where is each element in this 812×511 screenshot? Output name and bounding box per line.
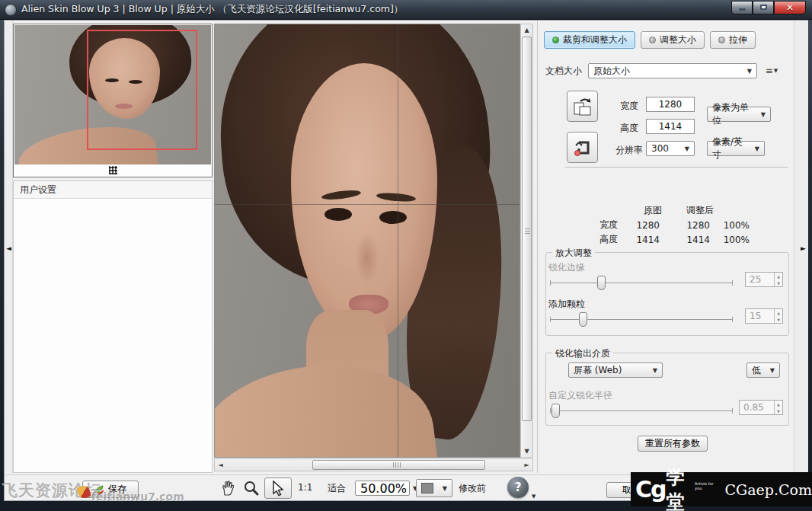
zoom-level-select[interactable]: 50.00% ▼ bbox=[355, 481, 410, 496]
sharpen-edges-value[interactable] bbox=[746, 274, 774, 285]
tab-crop-and-resize[interactable]: 裁剪和调整大小 bbox=[544, 31, 635, 49]
document-size-label: 文档大小 bbox=[545, 65, 582, 78]
sharpen-edges-spinner[interactable]: ▲▼ bbox=[745, 272, 783, 287]
actual-size-button[interactable]: 1:1 bbox=[298, 482, 312, 493]
qr-watermark bbox=[109, 166, 117, 174]
thumbnail-margin bbox=[14, 164, 211, 176]
scroll-down-icon[interactable]: ▼ bbox=[521, 446, 532, 457]
spin-down-icon[interactable]: ▼ bbox=[775, 316, 782, 323]
custom-radius-spinner[interactable]: ▲▼ bbox=[739, 400, 783, 415]
sharpen-strength-select[interactable]: 低 ▼ bbox=[746, 362, 780, 378]
unit-select[interactable]: 像素为单位 ▼ bbox=[707, 107, 771, 122]
tab-stretch[interactable]: 拉伸 bbox=[710, 31, 756, 49]
save-button[interactable]: 保存 bbox=[82, 481, 139, 498]
crosshair-vertical-line bbox=[398, 24, 398, 457]
help-button[interactable]: ? bbox=[507, 477, 529, 498]
scroll-left-icon[interactable]: ◄ bbox=[215, 459, 226, 471]
chevron-down-icon: ▼ bbox=[647, 367, 657, 374]
spin-up-icon[interactable]: ▲ bbox=[775, 401, 782, 407]
vertical-scrollbar[interactable]: ▲ ▼ bbox=[520, 24, 533, 458]
add-grain-label: 添加颗粒 bbox=[548, 298, 585, 311]
chevron-down-icon: ▼ bbox=[764, 367, 775, 374]
size-summary-table: 原图 调整后 宽度 1280 1280 100% 高度 1414 1414 10… bbox=[580, 203, 753, 247]
background-color-select[interactable]: ▼ bbox=[416, 479, 452, 497]
crop-rectangle[interactable] bbox=[87, 30, 197, 150]
cgaep-brand: 学堂 bbox=[667, 465, 693, 511]
pan-tool-button[interactable] bbox=[218, 477, 239, 499]
custom-radius-label: 自定义锐化半径 bbox=[548, 389, 612, 402]
spin-down-icon[interactable]: ▼ bbox=[775, 279, 782, 286]
width-label: 宽度 bbox=[620, 100, 638, 113]
scroll-right-icon[interactable]: ► bbox=[521, 459, 532, 471]
chevron-down-icon: ▼ bbox=[741, 68, 752, 75]
user-settings-panel: 用户设置 bbox=[13, 180, 213, 473]
sharpen-group-title: 锐化输出介质 bbox=[552, 347, 613, 360]
color-swatch bbox=[421, 483, 433, 493]
unit-value: 像素为单位 bbox=[712, 101, 755, 127]
swap-pages-icon bbox=[573, 97, 593, 117]
mode-tabs: 裁剪和调整大小 调整大小 拉伸 bbox=[544, 31, 756, 49]
horizontal-scrollbar[interactable]: ◄ ► bbox=[214, 458, 533, 471]
lock-proportions-icon bbox=[573, 138, 593, 158]
user-settings-header[interactable]: 用户设置 bbox=[14, 181, 212, 199]
chevron-down-icon: ▼ bbox=[749, 145, 759, 152]
thumbnail-navigator[interactable] bbox=[13, 24, 213, 177]
chevron-down-icon: ▼ bbox=[436, 485, 447, 492]
zoom-level-value: 50.00% bbox=[360, 481, 407, 496]
cgaep-domain: CGaep.Com bbox=[725, 481, 812, 498]
before-view-label[interactable]: 修改前 bbox=[459, 482, 486, 495]
app-window: Alien Skin Blow Up 3 | Blow Up | 原始大小 （飞… bbox=[0, 0, 812, 511]
add-grain-slider[interactable] bbox=[550, 319, 733, 320]
width-field[interactable] bbox=[646, 97, 695, 112]
help-caret-icon[interactable]: ▼ bbox=[532, 493, 535, 500]
tab-resize[interactable]: 调整大小 bbox=[641, 31, 705, 49]
height-label: 高度 bbox=[620, 122, 638, 135]
add-grain-slider-thumb[interactable] bbox=[579, 312, 587, 327]
titlebar[interactable]: Alien Skin Blow Up 3 | Blow Up | 原始大小 （飞… bbox=[0, 0, 812, 20]
reset-all-button[interactable]: 重置所有参数 bbox=[638, 436, 708, 452]
collapse-left-arrow-icon[interactable]: ◄ bbox=[5, 243, 12, 254]
spin-up-icon[interactable]: ▲ bbox=[775, 273, 782, 279]
sharpen-edges-slider[interactable] bbox=[550, 283, 733, 283]
select-tool-button[interactable] bbox=[264, 477, 292, 499]
crosshair-horizontal-line bbox=[215, 204, 519, 205]
spin-down-icon[interactable]: ▼ bbox=[775, 407, 782, 414]
question-icon: ? bbox=[515, 481, 522, 494]
add-grain-spinner[interactable]: ▲▼ bbox=[745, 308, 783, 324]
resolution-combo[interactable]: 300 ▼ bbox=[646, 141, 695, 156]
collapse-right-arrow-icon[interactable]: ► bbox=[800, 243, 807, 254]
output-medium-select[interactable]: 屏幕 (Web) ▼ bbox=[568, 362, 663, 378]
radio-on-icon bbox=[552, 37, 559, 43]
table-row: 高度 1414 1414 100% bbox=[580, 232, 753, 247]
client-area: ◄ 用户设置 bbox=[4, 20, 808, 501]
height-field[interactable] bbox=[646, 119, 695, 134]
swap-dimensions-button[interactable] bbox=[567, 91, 598, 122]
chevron-down-icon: ▼ bbox=[755, 111, 766, 118]
cgaep-watermark: Cg 学堂 Artists for you CGaep.Com bbox=[631, 472, 812, 506]
resolution-unit-select[interactable]: 像素/英寸 ▼ bbox=[707, 141, 765, 156]
sharpen-edges-slider-thumb[interactable] bbox=[597, 276, 606, 290]
save-label: 保存 bbox=[108, 483, 126, 496]
document-size-select[interactable]: 原始大小 ▼ bbox=[588, 63, 757, 78]
preset-menu-icon[interactable]: ≡▼ bbox=[763, 64, 780, 78]
constrain-proportions-button[interactable] bbox=[567, 132, 598, 163]
app-icon bbox=[5, 4, 17, 16]
add-grain-value[interactable] bbox=[746, 311, 774, 321]
horizontal-scroll-thumb[interactable] bbox=[312, 460, 485, 470]
fit-button[interactable]: 适合 bbox=[328, 482, 346, 495]
custom-radius-value[interactable] bbox=[740, 402, 774, 413]
vertical-scroll-thumb[interactable] bbox=[522, 37, 532, 421]
maximize-button[interactable] bbox=[753, 1, 774, 14]
window-title: Alien Skin Blow Up 3 | Blow Up | 原始大小 （飞… bbox=[21, 3, 731, 16]
sharpen-edges-label: 锐化边缘 bbox=[548, 261, 585, 274]
scroll-up-icon[interactable]: ▲ bbox=[521, 24, 532, 36]
document-size-value: 原始大小 bbox=[593, 65, 630, 78]
zoom-tool-button[interactable] bbox=[241, 477, 262, 499]
cgaep-tagline: Artists for you bbox=[695, 481, 714, 490]
close-button[interactable]: ✕ bbox=[774, 1, 806, 14]
custom-radius-slider[interactable] bbox=[550, 410, 733, 411]
spin-up-icon[interactable]: ▲ bbox=[775, 309, 782, 316]
main-preview[interactable] bbox=[214, 24, 520, 458]
custom-radius-slider-thumb[interactable] bbox=[551, 404, 560, 418]
minimize-button[interactable] bbox=[731, 1, 753, 14]
